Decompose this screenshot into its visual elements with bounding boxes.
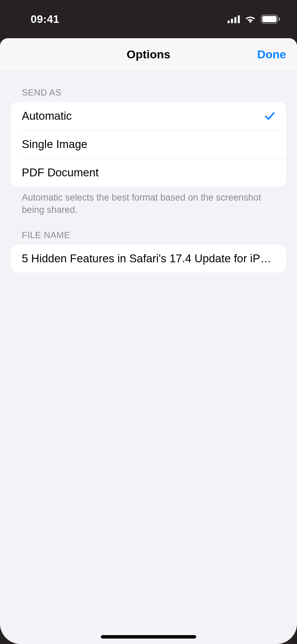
svg-rect-6 [279,17,280,21]
svg-rect-0 [228,20,230,23]
send-as-footer: Automatic selects the best format based … [22,191,275,216]
nav-title: Options [0,38,297,71]
svg-rect-5 [262,16,277,22]
svg-rect-1 [231,19,233,23]
send-as-option-pdf[interactable]: PDF Document [22,158,286,187]
battery-icon [261,15,281,24]
send-as-option-single-image[interactable]: Single Image [22,130,286,158]
cellular-icon [228,15,240,23]
option-label: PDF Document [22,166,276,179]
file-name-group: 5 Hidden Features in Safari's 17.4 Updat… [11,245,286,273]
checkmark-icon [264,110,276,122]
option-label: Automatic [22,109,264,122]
svg-rect-2 [234,17,236,23]
content: SEND AS Automatic Single Image PDF Docum… [0,87,297,273]
options-sheet: Options Done SEND AS Automatic Single Im… [0,38,297,644]
status-bar: 09:41 [0,0,297,38]
send-as-option-automatic[interactable]: Automatic [11,102,286,130]
option-label: Single Image [22,138,276,151]
svg-rect-3 [238,15,240,23]
file-name-row[interactable]: 5 Hidden Features in Safari's 17.4 Updat… [11,245,286,273]
home-indicator[interactable] [101,635,196,639]
status-indicators [228,15,281,24]
send-as-header: SEND AS [22,87,297,98]
file-name-header: FILE NAME [22,230,297,240]
done-button[interactable]: Done [257,38,286,71]
nav-bar: Options Done [0,38,297,71]
wifi-icon [245,15,256,23]
send-as-group: Automatic Single Image PDF Document [11,102,286,187]
file-name-value: 5 Hidden Features in Safari's 17.4 Updat… [22,252,276,265]
status-time: 09:41 [31,13,59,26]
